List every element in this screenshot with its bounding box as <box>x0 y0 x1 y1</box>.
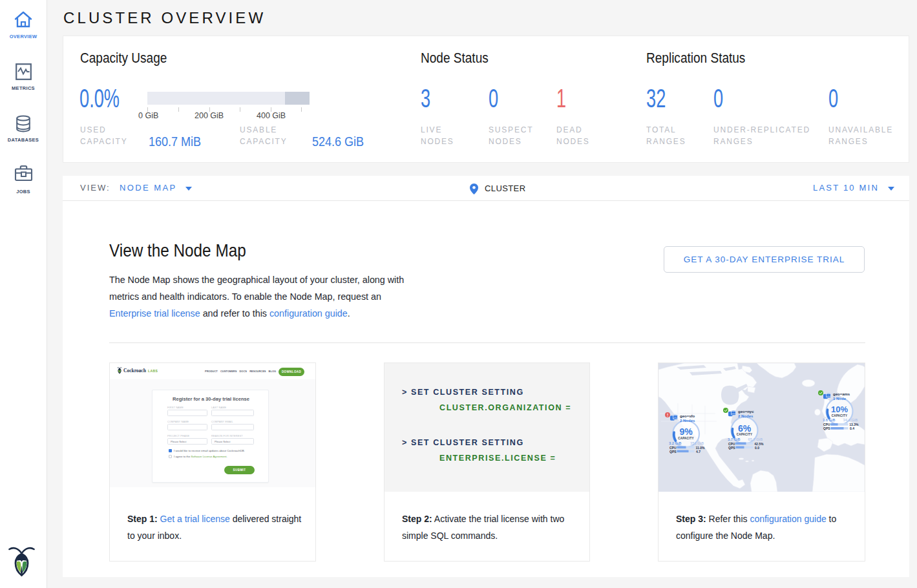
svg-text:1 Node: 1 Node <box>833 397 847 401</box>
svg-text:34.4 GiB: 34.4 GiB <box>843 418 858 422</box>
svg-text:4.7: 4.7 <box>696 450 701 454</box>
svg-text:9%: 9% <box>679 426 693 437</box>
svg-text:geo=nyc: geo=nyc <box>738 410 754 414</box>
svg-text:QPS: QPS <box>823 426 830 430</box>
svg-text:3.6 GiB: 3.6 GiB <box>823 418 835 422</box>
svg-text:CAPACITY: CAPACITY <box>678 437 694 440</box>
svg-text:3.2 GiB: 3.2 GiB <box>669 441 681 445</box>
svg-text:3.7 GiB: 3.7 GiB <box>728 437 740 441</box>
svg-text:2 Nodes: 2 Nodes <box>738 414 754 418</box>
svg-text:6%: 6% <box>738 423 752 434</box>
svg-text:geo=ams: geo=ams <box>833 392 850 396</box>
svg-text:0.4: 0.4 <box>850 426 854 430</box>
svg-text:geo=sfo: geo=sfo <box>680 414 695 418</box>
svg-text:10%: 10% <box>831 404 848 414</box>
svg-text:65.7 GiB: 65.7 GiB <box>748 437 763 441</box>
svg-text:CAPACITY: CAPACITY <box>737 433 753 436</box>
svg-text:351 GiB: 351 GiB <box>690 441 704 445</box>
svg-text:CAPACITY: CAPACITY <box>832 414 848 417</box>
svg-text:2 Nodes: 2 Nodes <box>680 419 695 423</box>
svg-text:QPS: QPS <box>728 446 735 450</box>
svg-text:0.0: 0.0 <box>755 446 759 450</box>
svg-text:QPS: QPS <box>669 450 677 454</box>
